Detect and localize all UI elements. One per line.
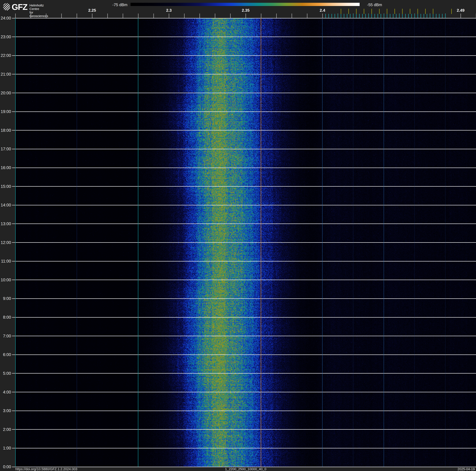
hour-gridline bbox=[15, 74, 476, 74]
time-label: 15:00 bbox=[0, 184, 11, 189]
time-tick bbox=[12, 429, 15, 430]
hour-gridline bbox=[15, 130, 476, 130]
time-tick bbox=[12, 336, 15, 336]
time-label: 14:00 bbox=[0, 203, 11, 208]
time-tick bbox=[12, 74, 15, 74]
footer: https://doi.org/10.5880/GFZ.1.2.2024.003… bbox=[0, 467, 476, 471]
freq-tick-minor bbox=[460, 14, 461, 18]
freq-tick-minor bbox=[246, 14, 246, 18]
time-axis: 24:0023:0022:0021:0020:0019:0018:0017:00… bbox=[0, 0, 15, 471]
freq-tick-ble bbox=[421, 14, 421, 18]
freq-tick-ble bbox=[344, 14, 344, 18]
footer-date: 2025-04-19 bbox=[458, 467, 475, 471]
hour-gridline bbox=[15, 223, 476, 224]
freq-tick-minor bbox=[123, 14, 123, 18]
freq-tick-ble bbox=[341, 14, 341, 18]
freq-tick-ble bbox=[430, 14, 430, 18]
hour-gridline bbox=[15, 392, 476, 392]
hour-gridline bbox=[15, 18, 476, 18]
freq-tick-wifi bbox=[379, 9, 380, 14]
hour-gridline bbox=[15, 111, 476, 112]
freq-tick-ble bbox=[368, 14, 369, 18]
spectrogram-plot bbox=[15, 18, 476, 467]
time-label: 10:00 bbox=[0, 278, 11, 282]
freq-tick-minor bbox=[169, 14, 169, 18]
time-tick bbox=[12, 392, 15, 392]
time-label: 22:00 bbox=[0, 53, 11, 58]
freq-tick-wifi bbox=[394, 9, 395, 14]
time-tick bbox=[12, 354, 15, 355]
freq-tick-ble bbox=[405, 14, 406, 18]
freq-tick-minor bbox=[61, 14, 62, 18]
hour-gridline bbox=[15, 429, 476, 430]
freq-tick-ble bbox=[396, 14, 396, 18]
freq-tick-minor bbox=[184, 14, 185, 18]
freq-marker-line bbox=[261, 18, 261, 467]
freq-tick-ble bbox=[387, 14, 387, 18]
time-tick bbox=[12, 18, 15, 18]
freq-tick-ble bbox=[353, 14, 354, 18]
time-tick bbox=[12, 448, 15, 448]
hour-gridline bbox=[15, 167, 476, 168]
freq-tick-wifi bbox=[425, 9, 426, 14]
freq-label: 2.3 bbox=[158, 8, 180, 13]
freq-tick-ble bbox=[384, 14, 384, 18]
freq-tick-ble bbox=[332, 14, 332, 18]
freq-tick-ble bbox=[442, 14, 442, 18]
time-label: 19:00 bbox=[0, 109, 11, 114]
hour-gridline bbox=[15, 205, 476, 205]
freq-tick-ble bbox=[414, 14, 415, 18]
freq-tick-minor bbox=[322, 14, 323, 18]
freq-marker-line bbox=[15, 18, 16, 467]
time-label: 5:00 bbox=[0, 371, 11, 376]
freq-tick-ble bbox=[408, 14, 409, 18]
freq-marker-line bbox=[445, 18, 445, 467]
hour-gridline bbox=[15, 317, 476, 318]
freq-marker-line bbox=[77, 18, 77, 467]
freq-tick-wifi bbox=[372, 9, 372, 14]
freq-tick-ble bbox=[381, 14, 381, 18]
freq-tick-wifi bbox=[402, 9, 403, 14]
freq-tick-wifi bbox=[348, 9, 349, 14]
hour-gridline bbox=[15, 280, 476, 280]
freq-tick-ble bbox=[402, 14, 403, 18]
time-label: 24:00 bbox=[0, 16, 11, 21]
freq-tick-minor bbox=[31, 14, 31, 18]
freq-axis: 2.252.32.352.42.49 bbox=[15, 0, 476, 18]
time-label: 13:00 bbox=[0, 221, 11, 226]
freq-tick-ble bbox=[372, 14, 372, 18]
freq-tick-ble bbox=[356, 14, 357, 18]
freq-tick-ble bbox=[418, 14, 418, 18]
time-label: 16:00 bbox=[0, 165, 11, 170]
time-tick bbox=[12, 373, 15, 374]
freq-tick-wifi bbox=[356, 9, 357, 14]
time-label: 7:00 bbox=[0, 334, 11, 339]
time-label: 23:00 bbox=[0, 35, 11, 39]
freq-tick-minor bbox=[92, 14, 92, 18]
hour-gridline bbox=[15, 36, 476, 37]
time-tick bbox=[12, 223, 15, 224]
freq-tick-ble bbox=[335, 14, 335, 18]
freq-tick-minor bbox=[200, 14, 200, 18]
time-tick bbox=[12, 205, 15, 205]
freq-marker-line bbox=[322, 18, 323, 467]
freq-tick-ble bbox=[325, 14, 326, 18]
hour-gridline bbox=[15, 93, 476, 93]
freq-marker-line bbox=[384, 18, 384, 467]
freq-label: 2.4 bbox=[312, 8, 333, 13]
time-tick bbox=[12, 411, 15, 411]
time-label: 12:00 bbox=[0, 240, 11, 245]
freq-tick-ble bbox=[350, 14, 350, 18]
freq-tick-wifi bbox=[387, 9, 387, 14]
freq-tick-minor bbox=[153, 14, 154, 18]
time-tick bbox=[12, 93, 15, 93]
freq-tick-ble bbox=[445, 14, 446, 18]
time-tick bbox=[12, 261, 15, 261]
time-tick bbox=[12, 55, 15, 56]
freq-tick-wifi bbox=[364, 9, 364, 14]
freq-tick-wifi bbox=[418, 9, 418, 14]
time-tick bbox=[12, 467, 15, 467]
freq-marker-line bbox=[138, 18, 138, 467]
hour-gridline bbox=[15, 411, 476, 411]
time-label: 11:00 bbox=[0, 259, 11, 264]
